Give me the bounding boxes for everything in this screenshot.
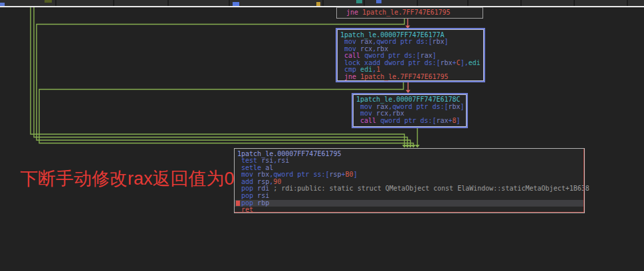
control-flow-edges [0,0,644,271]
asm-token: rbx [441,59,453,66]
asm-token: ], [461,59,469,66]
asm-token: rax [376,103,388,110]
asm-line-current[interactable]: pop rbp [235,200,584,207]
asm-token: pop [237,192,257,199]
asm-token: rbx [392,110,404,117]
edge-fall-from-6177A-arrowhead [406,90,411,94]
asm-token: 1patch_le.00007FF747E6178C [356,96,461,103]
asm-token: rsi [277,157,289,164]
asm-line[interactable]: jne 1patch_le.7FF747E61795 [337,9,483,17]
edge-in-left-outer-arrowhead [402,145,407,148]
graph-view: jne 1patch_le.7FF747E617951patch_le.0000… [0,0,644,271]
asm-token: rbx [449,103,461,110]
asm-line[interactable]: jne 1patch_le.7FF747E61795 [338,74,483,81]
asm-token: qword ptr ds:[ [392,103,448,110]
asm-token: pop [237,185,257,192]
tab-separator [627,0,628,6]
asm-token: rsi [257,192,269,199]
asm-token: jne [342,9,362,16]
tab-separator [417,0,418,6]
asm-token: add [237,178,257,185]
asm-line[interactable]: call qword ptr ds:[rax+8] [354,118,466,125]
asm-token: rbx [257,171,269,178]
asm-token: edi [360,66,372,73]
asm-token: rcx [376,110,388,117]
asm-line[interactable]: pop rdi ; rdi:public: static struct QMet… [235,185,584,193]
asm-token: mov [356,110,376,117]
block-7FF747E6177A[interactable]: 1patch_le.00007FF747E6177A mov rax,qword… [337,29,484,81]
asm-token: rbx [433,38,445,45]
asm-token: ] [432,52,436,59]
asm-token: rsi [261,157,273,164]
asm-token: edi [469,59,481,66]
asm-token: mov [356,103,376,110]
asm-token: 1 [376,66,380,73]
asm-token: qword ptr ds:[ [380,117,436,124]
edge-fall-from-6178C-arrowhead [415,145,420,148]
tab-separator [520,0,522,6]
asm-token: ] [445,38,449,45]
asm-token: 90 [273,178,281,185]
asm-token: mov [340,45,360,52]
asm-line[interactable]: mov rbx,qword ptr ss:[rsp+B0] [235,171,584,179]
asm-line[interactable]: ret [235,207,584,214]
tab-icon-sliver [376,0,381,3]
asm-token: rax [436,117,448,124]
tab-separator [467,0,469,6]
edge-taken-from-6177A-arrowhead [411,145,416,148]
tab-separator [113,0,114,6]
asm-token: lock xadd [340,59,384,66]
asm-token: rdi [257,185,269,192]
breakpoint-marker[interactable] [236,201,240,207]
annotation-text: 下断手动修改rax返回值为0 [20,167,235,190]
asm-token: rsp [257,178,269,185]
tab-icon-sliver [45,0,52,3]
tab-separator [55,0,56,6]
asm-token: 1patch_le.7FF747E61795 [362,9,450,16]
asm-token: ] [461,103,465,110]
block-7FF747E61795[interactable]: 1patch_le.00007FF747E61795 test rsi,rsi … [234,148,585,213]
tab-icon-sliver [356,0,362,3]
asm-token: 1patch_le.00007FF747E6177A [340,31,445,39]
asm-token: jne [340,73,360,80]
asm-token: B0 [346,171,354,178]
asm-token: rsp [330,171,342,178]
asm-token: dword ptr ds:[ [384,59,440,66]
tab-separator [229,0,230,6]
edge-fall-from-stub-arrowhead [405,26,410,29]
block-jne-stub[interactable]: jne 1patch_le.7FF747E61795 [336,7,483,19]
asm-token: rax [360,38,372,45]
tab-separator [574,0,575,6]
edge-in-left-inner-arrowhead [405,145,410,148]
asm-token: al [265,164,273,171]
asm-token: test [237,157,261,164]
asm-line[interactable]: test rsi,rsi [235,157,584,165]
edge-taken-from-stub-arrowhead [408,145,413,148]
tab-bar-sliver[interactable] [0,0,644,6]
asm-token: rbp [257,199,269,207]
asm-token: ; rdi:public: static struct QMetaObject … [273,185,590,192]
tab-separator [167,0,169,6]
tab-separator [364,0,365,6]
block-accent-right [584,149,585,213]
asm-token: pop [237,199,257,207]
block-7FF747E6178C[interactable]: 1patch_le.00007FF747E6178C mov rax,qword… [353,94,467,127]
asm-line[interactable]: pop rsi [235,193,584,200]
asm-token: qword ptr ds:[ [364,52,420,59]
asm-token: qword ptr ss:[ [273,171,329,178]
asm-token: call [356,117,380,124]
asm-token: mov [237,171,257,178]
asm-token: rbx [376,45,388,52]
separator-line [0,6,644,7]
asm-token: qword ptr ds:[ [376,38,432,45]
asm-token: mov [340,38,360,45]
asm-token: ] [354,171,358,178]
asm-token: cmp [340,66,360,73]
asm-token: rcx [360,45,372,52]
asm-token: ] [457,117,461,124]
asm-token: 1patch_le.7FF747E61795 [360,73,448,80]
asm-token: 1patch_le.00007FF747E61795 [237,150,342,157]
asm-token: call [340,52,364,59]
asm-token: rax [420,52,432,59]
asm-token: setle [237,164,265,171]
